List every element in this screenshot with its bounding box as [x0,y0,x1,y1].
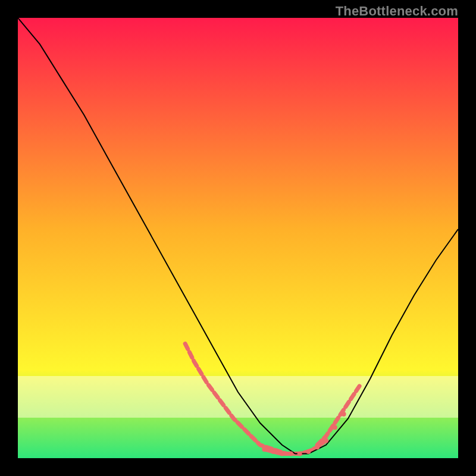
highlight-dot [315,445,320,450]
highlight-dot [262,447,267,452]
highlight-dot [342,412,346,416]
highlight-dot [324,438,328,443]
highlight-dot [333,425,337,430]
chart-frame [18,18,458,458]
highlight-dot [271,449,275,454]
highlight-dot [289,452,293,456]
pale-band [18,376,458,418]
highlight-dot [306,449,311,454]
highlight-dot [280,452,284,456]
watermark-text: TheBottleneck.com [336,4,458,19]
highlight-dot [298,452,302,456]
bottleneck-chart [18,18,458,458]
